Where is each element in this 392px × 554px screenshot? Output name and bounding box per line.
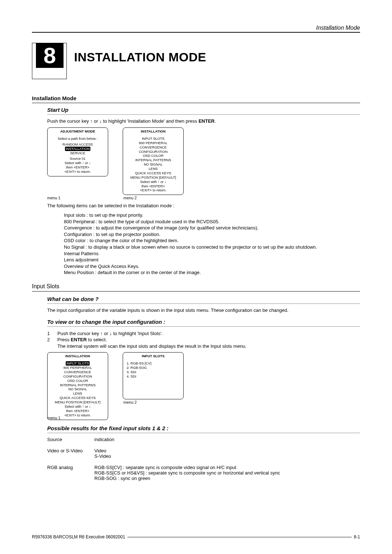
menu-item: NO SIGNAL	[124, 162, 182, 167]
sub-rule	[47, 326, 360, 327]
osd-input-slots-menu: INPUT SLOTS 1. RGB-SS [CV] 2. RGB-SOG 3.…	[123, 352, 184, 399]
menu-item: MENU POSITION [DEFAULT]	[124, 175, 182, 180]
menu-prompt: Select a path from below :	[49, 137, 106, 141]
text: to select.	[87, 337, 107, 342]
desc-line: Internal Patterns	[64, 250, 360, 257]
text: or	[93, 118, 99, 124]
osd-installation-menu: INSTALLATION INPUT SLOTS 800 PERIPHERAL …	[123, 127, 184, 195]
menu-title: INPUT SLOTS	[124, 354, 182, 358]
following-text: The following items can be selected in t…	[47, 203, 360, 208]
slot-item: 4. SDI	[124, 374, 182, 379]
text: RGB-SS[CV] : separate sync is composite …	[94, 465, 360, 470]
menu-item-selected: INPUT SLOTS	[66, 361, 90, 366]
results-source: RGB analog	[47, 465, 94, 481]
chapter-header: 8 INSTALLATION MODE	[32, 43, 360, 79]
menu-hint: Select with ↑ or ↓	[49, 404, 106, 409]
menu-item: INTERNAL PATTERNS	[49, 383, 106, 387]
menu-item: 800 PERIPHERAL	[124, 141, 182, 145]
menu-item: LENS	[124, 167, 182, 171]
step-number: 2	[47, 337, 52, 343]
footer-rule	[127, 537, 352, 537]
section-installation-mode: Installation Mode	[32, 95, 360, 101]
text: .	[215, 118, 216, 124]
menu-caption-2: menu 2	[123, 196, 184, 200]
menu-item: LENS	[49, 391, 106, 396]
text: Video	[94, 448, 360, 453]
section-input-slots: Input Slots	[32, 283, 360, 290]
text: Push the cursor key	[57, 331, 101, 336]
menu-caption-2: menu 2	[123, 400, 184, 404]
desc-line: No Signal : to display a black or blue s…	[64, 244, 360, 250]
menu-item: NO SIGNAL	[49, 387, 106, 391]
menu-item: INPUT SLOTS	[124, 137, 182, 141]
desc-line: Menu Position : default in the corner or…	[64, 269, 360, 276]
menu-title: INSTALLATION	[49, 354, 106, 358]
step-text: Push the cursor key ↑ or ↓ to highlight …	[57, 330, 163, 337]
section-rule	[32, 103, 360, 103]
desc-line: Lens adjustment	[64, 257, 360, 263]
enter-key: ENTER	[71, 337, 87, 342]
menu-item: CONVERGENCE	[124, 145, 182, 150]
desc-line: OSD color : to change the color of the h…	[64, 237, 360, 244]
chapter-number-box: 8	[32, 43, 67, 79]
installation-item-descriptions: Input slots : to set up the input priori…	[64, 212, 360, 276]
slot-item: 1. RGB-SS [CV]	[124, 361, 182, 366]
desc-line: Overview of the Quick Access Keys.	[64, 263, 360, 270]
osd-installation-menu-2: INSTALLATION INPUT SLOTS 800 PERIPHERAL …	[47, 352, 108, 420]
slot-item: 2. RGB-SOG	[124, 366, 182, 370]
section-rule	[32, 291, 360, 292]
results-table: Source indication Video or S-Video Video…	[47, 437, 360, 481]
menu-item: QUICK ACCESS KEYS	[49, 396, 106, 400]
text: or	[103, 331, 110, 336]
menu-hint: Select with ↑ or ↓	[49, 161, 106, 165]
footer-page-number: 8-1	[354, 534, 360, 539]
menu-caption-1: menu 1	[47, 196, 360, 200]
menu-hint: then <ENTER>	[49, 165, 106, 170]
subheading-startup: Start Up	[47, 107, 360, 113]
menu-hint: Select with ↑ or ↓	[124, 180, 182, 184]
footer-docid: R5976336 BARCOSLM R6 Executive 06092001	[32, 534, 125, 539]
menu-item: CONFIGURATION	[49, 374, 106, 379]
desc-line: Convergence : to adjust the convergence …	[64, 225, 360, 231]
desc-line: Input slots : to set up the input priori…	[64, 212, 360, 219]
text: to highlight 'Input Slots'.	[112, 331, 163, 336]
menu-hint: <EXIT> to return.	[124, 188, 182, 192]
menu-item-selected: INSTALLATION	[65, 147, 90, 151]
menu-item: OSD COLOR	[124, 154, 182, 158]
startup-instruction: Push the cursor key ↑ or ↓ to highlight …	[47, 118, 360, 124]
chapter-title: INSTALLATION MODE	[74, 50, 206, 64]
results-indication: Video S-Video	[94, 448, 360, 459]
enter-key: ENTER	[199, 118, 215, 124]
slot-item: 3. SDI	[124, 370, 182, 374]
menu-item: CONFIGURATION	[124, 150, 182, 154]
text: to highlight 'Installation Mode' and the…	[102, 118, 199, 124]
step-text: Press ENTER to select.	[57, 337, 107, 343]
page-header-title: Installation Mode	[32, 25, 360, 31]
text: RGB-SS[CS or HS&VS] : separate sync is c…	[94, 470, 360, 476]
desc-line: 800 Peripheral : to select the type of o…	[64, 219, 360, 225]
sub-rule	[47, 304, 360, 304]
menu-item: RANDOM ACCESS	[49, 142, 106, 147]
menu-item: CONVERGENCE	[49, 370, 106, 374]
results-source: Video or S-Video	[47, 448, 94, 459]
text: RGB-SOG : sync on green	[94, 476, 360, 481]
subheading-results: Possible results for the fixed input slo…	[47, 425, 360, 431]
sub-rule	[47, 433, 360, 433]
menu-hint: <EXIT> to return.	[49, 170, 106, 174]
menu-hint: then <ENTER>	[49, 409, 106, 413]
text: Press	[57, 337, 71, 342]
what-text: The input configuration of the variable …	[47, 307, 360, 313]
subheading-view: To view or to change the input configura…	[47, 319, 360, 325]
header-rule	[32, 32, 360, 33]
menu-item: 800 PERIPHERAL	[49, 366, 106, 370]
results-header-source: Source	[47, 437, 94, 442]
menu-item: OSD COLOR	[49, 379, 106, 383]
osd-adjustment-mode-menu: ADJUSTMENT MODE Select a path from below…	[47, 127, 108, 176]
text: S-Video	[94, 453, 360, 459]
menu-item: SERVICE	[49, 151, 106, 155]
results-indication: RGB-SS[CV] : separate sync is composite …	[94, 465, 360, 481]
menu-title: INSTALLATION	[124, 129, 182, 134]
sub-rule	[47, 114, 360, 115]
results-header-indication: indication	[94, 437, 360, 442]
page-footer: R5976336 BARCOSLM R6 Executive 06092001 …	[32, 534, 360, 539]
